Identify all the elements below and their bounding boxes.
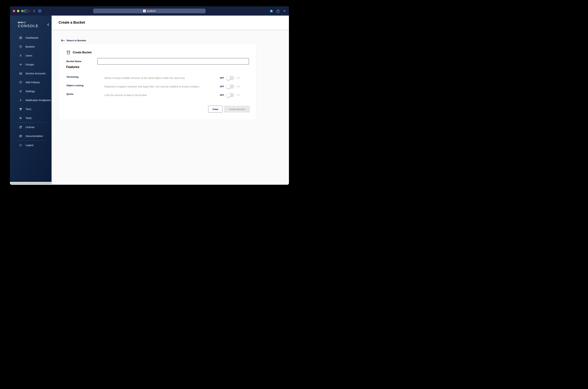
id-card-icon [19, 72, 22, 75]
url-text: localhost [147, 10, 156, 12]
quota-toggle[interactable] [226, 93, 234, 97]
bucket-icon [19, 45, 22, 48]
on-label: ON [236, 94, 240, 96]
create-bucket-card: Create Bucket Bucket Name Features Versi… [59, 43, 256, 120]
sidebar-item-logout[interactable]: Logout [10, 141, 52, 150]
sidebar-item-tools[interactable]: Tools [10, 114, 52, 123]
feature-row-object-locking: Object Locking Required to support reten… [66, 82, 250, 91]
chevron-down-icon[interactable] [28, 6, 31, 16]
page-body: Return to Buckets Create Bucket Bucket N… [52, 29, 289, 185]
feature-row-versioning: Versioning Allows to keep multiple versi… [66, 74, 250, 82]
sidebar-item-tiers[interactable]: Tiers [10, 105, 52, 114]
documentation-icon [19, 134, 22, 138]
off-label: OFF [220, 85, 224, 88]
group-icon [19, 63, 22, 66]
return-to-buckets-link[interactable]: Return to Buckets [61, 39, 86, 42]
create-bucket-button[interactable]: Create Bucket [224, 106, 250, 113]
minio-console-logo: MINIO CONSOLE [10, 16, 52, 28]
license-icon [19, 126, 22, 129]
close-window-button[interactable] [13, 10, 15, 12]
sidebar-item-buckets[interactable]: Buckets [10, 42, 52, 51]
off-label: OFF [220, 94, 224, 96]
sidebar-item-groups[interactable]: Groups [10, 60, 52, 69]
sidebar: MINIO CONSOLE [10, 16, 52, 185]
sidebar-item-dashboard[interactable]: Dashboard [10, 33, 52, 42]
page-title: Create a Bucket [59, 20, 85, 25]
browser-window: localhost + [10, 6, 289, 185]
arrow-left-icon [61, 39, 65, 42]
on-label: ON [236, 77, 240, 79]
page-header: Create a Bucket [52, 16, 289, 29]
horizontal-scrollbar [10, 182, 289, 185]
site-favicon [143, 10, 146, 12]
gear-icon [19, 90, 22, 93]
features-heading: Features [66, 65, 79, 69]
back-icon[interactable] [32, 6, 36, 16]
address-bar[interactable]: localhost [93, 9, 206, 13]
feature-row-quota: Quota Limit the amount of data in the bu… [66, 91, 250, 99]
tools-icon [19, 117, 22, 120]
main-content: Create a Bucket Return to Buckets [52, 16, 289, 185]
sidebar-item-settings[interactable]: Settings [10, 87, 52, 96]
browser-toolbar: localhost + [10, 6, 289, 16]
scrollbar-thumb[interactable] [10, 182, 52, 184]
card-title: Create Bucket [73, 51, 91, 54]
sidebar-item-users[interactable]: Users [10, 51, 52, 60]
object-locking-toggle[interactable] [226, 85, 234, 89]
lambda-icon: λ [19, 99, 22, 102]
logout-icon [19, 144, 22, 147]
sidebar-collapse-button[interactable] [46, 23, 50, 27]
user-icon [19, 54, 22, 57]
bucket-icon [66, 50, 71, 55]
shield-icon [19, 81, 22, 84]
sidebar-item-iam-policies[interactable]: IAM Policies [10, 78, 52, 87]
sidebar-item-notification-endpoints[interactable]: λ Notification Endpoints [10, 96, 52, 105]
clear-button[interactable]: Clear [208, 106, 223, 113]
share-icon[interactable] [276, 6, 280, 16]
sidebar-item-service-accounts[interactable]: Service Accounts [10, 69, 52, 78]
window-controls [13, 10, 24, 12]
bucket-name-input[interactable] [97, 58, 249, 65]
sidebar-toggle-icon[interactable] [24, 6, 28, 16]
sidebar-item-license[interactable]: License [10, 123, 52, 131]
screen: localhost + [0, 0, 294, 194]
ghostery-icon[interactable] [269, 6, 273, 16]
minimize-window-button[interactable] [17, 10, 19, 12]
versioning-toggle[interactable] [226, 76, 234, 80]
bucket-name-label: Bucket Name [66, 60, 82, 63]
dashboard-icon [19, 36, 22, 39]
sidebar-nav: Dashboard Buckets [10, 33, 52, 150]
new-tab-icon[interactable]: + [282, 6, 287, 16]
layers-icon [19, 108, 22, 111]
off-label: OFF [220, 77, 224, 79]
on-label: ON [236, 85, 240, 88]
onepassword-icon[interactable] [38, 6, 42, 16]
sidebar-item-documentation[interactable]: Documentation [10, 131, 52, 140]
zoom-window-button[interactable] [21, 10, 24, 12]
